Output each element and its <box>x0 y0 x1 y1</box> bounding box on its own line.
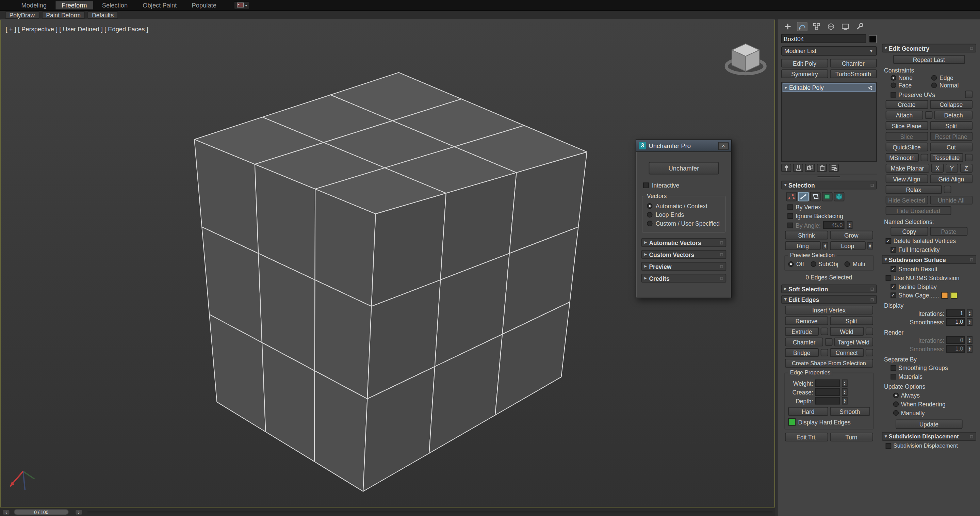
split-button[interactable]: Split <box>830 316 873 325</box>
display-iterations-value[interactable]: 1 <box>946 309 965 317</box>
display-tab-icon[interactable] <box>840 22 851 31</box>
constraint-face-radio[interactable] <box>890 82 896 88</box>
update-when-rendering-radio[interactable] <box>893 401 899 407</box>
delete-isolated-vertices-checkbox[interactable]: ✓ <box>885 238 891 244</box>
hide-unselected-button[interactable]: Hide Unselected <box>885 206 951 215</box>
automatic-context-radio[interactable] <box>647 203 653 209</box>
grow-button[interactable]: Grow <box>830 231 873 240</box>
preview-subobj-radio[interactable] <box>810 261 816 267</box>
smooth-button[interactable]: Smooth <box>830 407 870 416</box>
edit-geometry-rollout-header[interactable]: ▾ Edit Geometry <box>882 44 976 53</box>
split-toggle-button[interactable]: Split <box>930 121 972 130</box>
modifier-list-dropdown[interactable]: Modifier List ▼ <box>781 46 877 56</box>
display-smoothness-spinner[interactable]: ▴▾ <box>967 318 972 326</box>
ribbon-panel-defaults[interactable]: Defaults <box>88 11 118 19</box>
chamfer-modifier-button[interactable]: Chamfer <box>830 59 877 68</box>
update-manually-radio[interactable] <box>893 410 899 416</box>
render-iterations-spinner[interactable]: ▴▾ <box>967 336 972 344</box>
extrude-settings-button[interactable] <box>821 327 828 335</box>
ribbon-tab-object-paint[interactable]: Object Paint <box>137 1 183 9</box>
turbosmooth-button[interactable]: TurboSmooth <box>830 69 877 78</box>
weight-spinner[interactable]: ▴▾ <box>842 379 848 387</box>
smoothing-groups-checkbox[interactable] <box>890 365 896 371</box>
edit-tri-button[interactable]: Edit Tri. <box>785 433 828 441</box>
full-interactivity-checkbox[interactable]: ✓ <box>890 247 896 253</box>
make-planar-button[interactable]: Make Planar <box>885 164 929 172</box>
bridge-settings-button[interactable] <box>821 349 828 356</box>
selection-rollout-header[interactable]: ▾ Selection <box>781 181 877 190</box>
vertex-subobject-icon[interactable] <box>786 192 797 202</box>
create-button[interactable]: Create <box>885 100 928 109</box>
weld-button[interactable]: Weld <box>830 327 864 336</box>
make-planar-x-button[interactable]: X <box>931 164 944 172</box>
hard-edges-color-swatch[interactable] <box>788 418 795 426</box>
depth-spinner[interactable]: ▴▾ <box>842 397 848 405</box>
edit-poly-button[interactable]: Edit Poly <box>781 59 828 68</box>
ring-spinner[interactable]: ▴▾ <box>822 242 828 250</box>
collapse-button[interactable]: Collapse <box>930 100 972 109</box>
dialog-title-bar[interactable]: 3 Unchamfer Pro × <box>636 140 731 152</box>
quickslice-button[interactable]: QuickSlice <box>885 143 928 151</box>
time-slider[interactable]: 0 / 100 <box>14 509 69 515</box>
ribbon-tab-modeling[interactable]: Modeling <box>15 1 53 9</box>
repeat-last-button[interactable]: Repeat Last <box>893 55 965 64</box>
loop-ends-radio[interactable] <box>647 212 653 218</box>
view-align-button[interactable]: View Align <box>885 174 928 183</box>
credits-rollout[interactable]: ▸ Credits <box>641 274 726 282</box>
make-planar-z-button[interactable]: Z <box>960 164 972 172</box>
grid-align-button[interactable]: Grid Align <box>930 174 972 183</box>
interactive-checkbox[interactable] <box>643 182 649 188</box>
chamfer-button[interactable]: Chamfer <box>785 338 823 347</box>
soft-selection-rollout-header[interactable]: ▸ Soft Selection <box>781 285 877 293</box>
panel-splitter-handle[interactable] <box>818 176 840 178</box>
tessellate-button[interactable]: Tessellate <box>930 153 963 162</box>
timeline-next-icon[interactable]: › <box>75 510 82 515</box>
relax-settings-button[interactable] <box>943 186 951 193</box>
tessellate-settings-button[interactable] <box>965 154 972 161</box>
pin-stack-icon[interactable] <box>781 164 791 172</box>
preserve-uvs-settings-button[interactable] <box>965 91 972 98</box>
show-end-result-icon[interactable] <box>793 164 803 172</box>
slice-plane-button[interactable]: Slice Plane <box>885 121 928 130</box>
ribbon-tab-populate[interactable]: Populate <box>185 1 223 9</box>
custom-user-specified-radio[interactable] <box>647 221 653 226</box>
weight-value[interactable] <box>815 379 840 387</box>
smooth-result-checkbox[interactable]: ✓ <box>890 266 896 272</box>
perspective-viewport[interactable]: [ + ] [ Perspective ] [ User Defined ] [… <box>0 19 775 508</box>
close-icon[interactable]: × <box>718 142 729 150</box>
ribbon-tab-selection[interactable]: Selection <box>95 1 134 9</box>
update-button[interactable]: Update <box>895 419 962 429</box>
shrink-button[interactable]: Shrink <box>785 231 828 240</box>
by-angle-checkbox[interactable] <box>788 222 793 228</box>
element-subobject-icon[interactable] <box>834 192 844 202</box>
display-smoothness-value[interactable]: 1.0 <box>946 318 965 326</box>
cage-selected-color-swatch[interactable] <box>951 292 958 299</box>
make-planar-y-button[interactable]: Y <box>946 164 958 172</box>
remove-modifier-icon[interactable] <box>817 164 827 172</box>
symmetry-button[interactable]: Symmetry <box>781 69 828 78</box>
loop-spinner[interactable]: ▴▾ <box>867 242 873 250</box>
object-name-field[interactable] <box>781 34 866 43</box>
viewcube-gizmo[interactable] <box>718 33 773 83</box>
create-shape-from-selection-button[interactable]: Create Shape From Selection <box>785 359 873 368</box>
relax-button[interactable]: Relax <box>885 185 942 194</box>
ignore-backfacing-checkbox[interactable] <box>788 213 793 219</box>
object-color-swatch[interactable] <box>869 35 877 43</box>
modify-tab-icon[interactable] <box>797 22 808 31</box>
turn-button[interactable]: Turn <box>830 433 873 441</box>
remove-button[interactable]: Remove <box>785 316 828 325</box>
edit-edges-rollout-header[interactable]: ▾ Edit Edges <box>781 295 877 304</box>
display-iterations-spinner[interactable]: ▴▾ <box>967 309 972 317</box>
ribbon-tab-freeform[interactable]: Freeform <box>56 1 93 9</box>
msmooth-settings-button[interactable] <box>920 154 928 161</box>
crease-spinner[interactable]: ▴▾ <box>842 389 848 396</box>
insert-vertex-button[interactable]: Insert Vertex <box>785 306 873 314</box>
msmooth-button[interactable]: MSmooth <box>885 153 919 162</box>
bridge-button[interactable]: Bridge <box>785 348 819 357</box>
preview-rollout[interactable]: ▸ Preview <box>641 262 726 271</box>
modifier-stack[interactable]: ▸ Editable Poly <box>781 82 877 162</box>
subdivision-surface-rollout-header[interactable]: ▾ Subdivision Surface <box>882 255 976 264</box>
loop-button[interactable]: Loop <box>830 241 865 250</box>
automatic-vectors-rollout[interactable]: ▸ Automatic Vectors <box>641 238 726 247</box>
configure-modifier-sets-icon[interactable] <box>829 164 839 172</box>
